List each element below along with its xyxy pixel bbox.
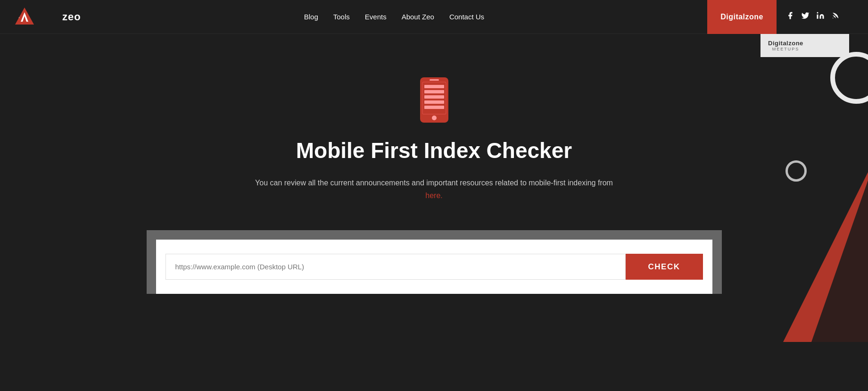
dz-meetup-sub: MEETUPS [772,47,800,51]
hero-description-prefix: You can review all the current announcem… [255,179,613,187]
svg-rect-14 [424,100,444,104]
hero-description: You can review all the current announcem… [250,176,618,202]
svg-point-16 [432,116,437,120]
svg-marker-3 [16,8,33,25]
nav-links: Blog Tools Events About Zeo Contact Us [304,13,484,21]
url-input[interactable] [165,254,626,280]
svg-rect-11 [424,85,444,88]
hero-section: Mobile First Index Checker You can revie… [0,0,868,391]
nav-about[interactable]: About Zeo [402,13,434,21]
nav-tools[interactable]: Tools [333,13,350,21]
twitter-icon[interactable] [801,11,810,22]
logo-text: zeo [62,11,81,23]
rss-icon[interactable] [831,11,840,22]
svg-rect-13 [424,95,444,99]
linkedin-icon[interactable] [816,11,825,22]
logo-area[interactable]: ▷ zeo [14,7,81,27]
phone-icon [418,76,451,124]
hero-content: Mobile First Index Checker You can revie… [0,34,868,294]
svg-point-5 [817,12,818,14]
svg-rect-15 [424,106,444,109]
dz-meetup-logo: Digitalzone MEETUPS [768,40,803,51]
svg-rect-12 [424,90,444,93]
social-icons [777,0,849,34]
check-button[interactable]: CHECK [626,254,703,280]
main-nav: ▷ zeo Blog Tools Events About Zeo Contac… [0,0,868,34]
svg-point-6 [833,18,834,19]
checker-section: CHECK [147,230,722,294]
nav-blog[interactable]: Blog [304,13,318,21]
svg-rect-17 [430,79,439,81]
checker-inner: CHECK [156,240,712,294]
digitalzone-button[interactable]: Digitalzone [707,0,777,34]
zeo-logo-icon [14,7,35,27]
nav-contact[interactable]: Contact Us [449,13,484,21]
hero-description-link[interactable]: here. [425,191,442,200]
digitalzone-dropdown: Digitalzone MEETUPS [761,34,849,57]
facebook-icon[interactable] [786,11,794,22]
hero-title: Mobile First Index Checker [296,138,572,163]
nav-events[interactable]: Events [365,13,387,21]
dz-meetup-text: Digitalzone [768,40,803,47]
